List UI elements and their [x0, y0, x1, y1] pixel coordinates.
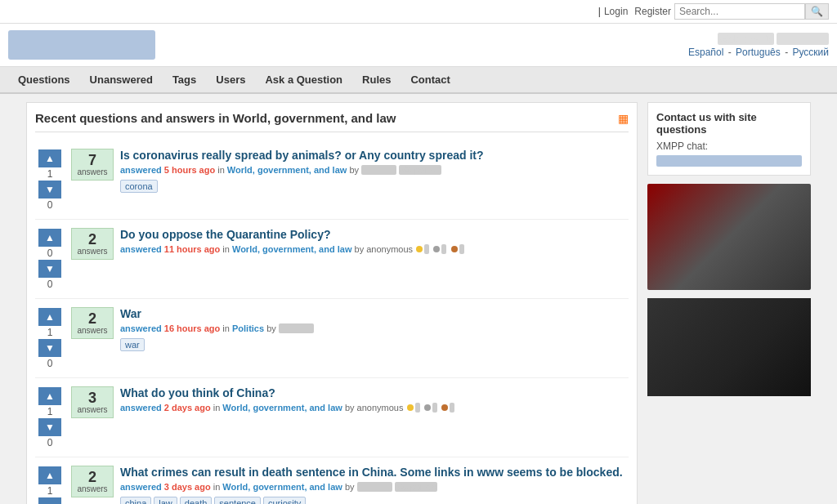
rss-icon[interactable]: ▦ [618, 112, 629, 125]
vote-box-4: ▲ 1 ▼ 0 [35, 386, 65, 448]
points-5: (60 points) [395, 482, 437, 492]
tags-row-3: war [120, 338, 629, 351]
xmpp-label: XMPP chat: [656, 140, 802, 152]
register-link[interactable]: Register [634, 6, 671, 17]
answer-label-5: answers [77, 484, 108, 493]
user-blurred-3 [279, 323, 314, 333]
question-meta-2: answered 11 hours ago in World, governme… [120, 244, 629, 254]
answer-box-2: 2 answers [71, 228, 114, 260]
page-title-bar: Recent questions and answers in World, g… [35, 111, 629, 132]
vote-box-3: ▲ 1 ▼ 0 [35, 307, 65, 369]
user-1: by (60 points) [349, 165, 441, 175]
vote-up-3[interactable]: ▲ [38, 308, 61, 326]
vote-down-3[interactable]: ▼ [38, 339, 61, 357]
question-item-2: ▲ 0 ▼ 0 2 answers Do you oppose the Quar… [35, 220, 629, 299]
nav-ask-question[interactable]: Ask a Question [255, 67, 352, 92]
answer-box-4: 3 answers [71, 386, 114, 418]
time-2: 11 hours ago [164, 244, 220, 254]
vote-up-2[interactable]: ▲ [38, 229, 61, 247]
vote-up-4[interactable]: ▲ [38, 387, 61, 405]
question-meta-1: answered 5 hours ago in World, governmen… [120, 165, 629, 175]
status-4: answered [120, 403, 162, 413]
lang-portugues[interactable]: Português [736, 47, 781, 58]
question-title-1: Is coronavirus really spread by animals?… [120, 149, 629, 162]
user-2: by anonymous 1 1 3 [355, 244, 465, 254]
welcome-site-name [777, 33, 829, 45]
question-link-1[interactable]: Is coronavirus really spread by animals?… [120, 149, 484, 162]
vote-down-count-3: 0 [47, 358, 53, 369]
vote-up-5[interactable]: ▲ [38, 466, 61, 484]
tags-row-5: chinalawdeathsentencecuriosity [120, 497, 629, 504]
answer-count-1: 7 [77, 153, 108, 167]
tag-china[interactable]: china [120, 497, 151, 504]
badge-gold-2 [416, 246, 423, 252]
vote-up-1[interactable]: ▲ [38, 149, 61, 167]
vote-up-count-1: 1 [47, 168, 53, 180]
badge-bronze-4 [441, 404, 448, 411]
nav-tags[interactable]: Tags [163, 67, 206, 92]
questions-list: ▲ 1 ▼ 0 7 answers Is coronavirus really … [35, 140, 629, 504]
tag-curiosity[interactable]: curiosity [263, 497, 306, 504]
answer-count-3: 2 [77, 311, 108, 326]
nav-unanswered[interactable]: Unanswered [80, 67, 163, 92]
question-link-3[interactable]: War [120, 307, 141, 320]
question-link-4[interactable]: What do you think of China? [120, 386, 275, 399]
lang-sep-2: - [785, 47, 790, 58]
question-item-5: ▲ 1 ▼ 0 2 answers What crimes can result… [35, 457, 629, 504]
badge-silver-4 [424, 404, 431, 411]
time-5: 3 days ago [164, 482, 211, 492]
question-meta-3: answered 16 hours ago in Politics by [120, 323, 629, 333]
answer-box-3: 2 answers [71, 307, 114, 339]
contact-widget: Contact us with site questions XMPP chat… [647, 102, 811, 176]
vote-up-count-3: 1 [47, 327, 53, 338]
time-1: 5 hours ago [164, 165, 215, 175]
sidebar-ad-2 [647, 298, 811, 396]
question-content-4: What do you think of China? answered 2 d… [120, 386, 629, 413]
vote-down-count-1: 0 [47, 199, 53, 211]
lang-russian[interactable]: Русский [792, 47, 829, 58]
vote-down-4[interactable]: ▼ [38, 418, 61, 436]
question-link-5[interactable]: What crimes can result in death sentence… [120, 466, 623, 479]
points-1: (60 points) [399, 165, 441, 175]
vote-down-5[interactable]: ▼ [38, 497, 61, 504]
vote-down-2[interactable]: ▼ [38, 260, 61, 278]
search-button[interactable]: 🔍 [805, 3, 829, 20]
search-input[interactable] [674, 3, 805, 20]
sidebar-ad-2-inner [647, 298, 811, 396]
user-blurred-5 [357, 482, 392, 492]
status-2: answered [120, 244, 162, 254]
login-link[interactable]: Login [604, 6, 628, 17]
lang-espanol[interactable]: Español [688, 47, 723, 58]
vote-box-2: ▲ 0 ▼ 0 [35, 228, 65, 290]
welcome-text: Welcome to [688, 33, 829, 45]
status-5: answered [120, 482, 162, 492]
question-item-3: ▲ 1 ▼ 0 2 answers War answered 16 hours … [35, 299, 629, 378]
main-container: Recent questions and answers in World, g… [18, 94, 819, 504]
question-link-2[interactable]: Do you oppose the Quarantine Policy? [120, 228, 330, 241]
tag-law[interactable]: law [154, 497, 177, 504]
question-content-2: Do you oppose the Quarantine Policy? ans… [120, 228, 629, 254]
question-meta-4: answered 2 days ago in World, government… [120, 403, 629, 413]
vote-down-1[interactable]: ▼ [38, 181, 61, 198]
logo [8, 30, 155, 60]
contact-widget-title: Contact us with site questions [656, 111, 802, 136]
tag-sentence[interactable]: sentence [214, 497, 261, 504]
nav-rules[interactable]: Rules [352, 67, 401, 92]
answer-count-2: 2 [77, 232, 108, 247]
tag-death[interactable]: death [180, 497, 213, 504]
question-title-3: War [120, 307, 629, 320]
nav-questions[interactable]: Questions [8, 67, 80, 92]
nav-contact[interactable]: Contact [401, 67, 459, 92]
lang-sep-1: - [728, 47, 734, 58]
header: Welcome to Español - Português - Русский [0, 24, 837, 67]
vote-up-count-5: 1 [47, 485, 53, 497]
time-4: 2 days ago [164, 403, 211, 413]
vote-box-5: ▲ 1 ▼ 0 [35, 466, 65, 504]
category-2: World, government, and law [232, 244, 351, 254]
nav-users[interactable]: Users [206, 67, 255, 92]
tag-war[interactable]: war [120, 338, 145, 351]
tag-corona[interactable]: corona [120, 180, 158, 193]
header-right: Welcome to Español - Português - Русский [688, 33, 829, 58]
question-title-5: What crimes can result in death sentence… [120, 466, 629, 479]
tags-row-1: corona [120, 180, 629, 193]
